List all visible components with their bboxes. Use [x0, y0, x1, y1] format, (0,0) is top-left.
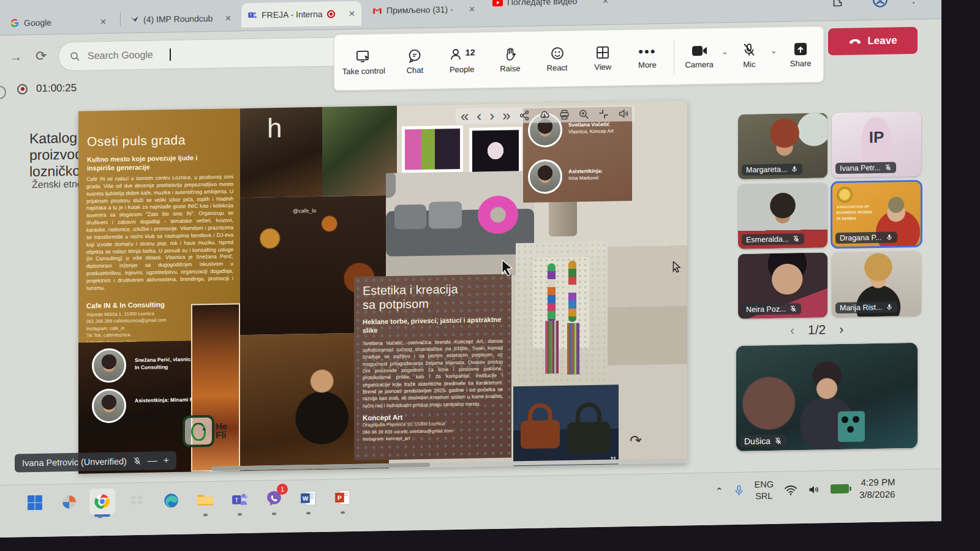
shared-flipbook-document[interactable]: Oseti puls grada Kultno mesto koje povez…: [78, 100, 687, 473]
zoom-out-icon[interactable]: —: [148, 455, 157, 467]
chat-button[interactable]: Chat: [393, 48, 437, 75]
participant-tile-esmeralda[interactable]: Esmeralda...: [738, 182, 827, 249]
file-explorer-icon[interactable]: [195, 489, 216, 511]
mic-button[interactable]: Mic: [729, 42, 770, 69]
dropbox-icon[interactable]: [126, 490, 147, 512]
black-bag-handle: [576, 402, 601, 430]
tab-close-icon[interactable]: ✕: [602, 0, 609, 5]
wifi-icon[interactable]: [784, 484, 797, 495]
tab-google[interactable]: Google ✕: [4, 9, 113, 36]
camera-chevron-icon[interactable]: ⌄: [722, 47, 728, 56]
windows-taskbar: T 1 W P ⌃ ENG SRL 4:29 PM 3/8/2026: [0, 468, 941, 538]
flipbook-brand-mark[interactable]: He Fli: [183, 415, 227, 448]
fit-screen-icon[interactable]: [598, 108, 609, 119]
cafe-sign-photo: h: [240, 107, 322, 198]
pager-next-icon[interactable]: ›: [839, 322, 843, 337]
search-input[interactable]: [88, 47, 271, 61]
tab-youtube[interactable]: Погледајте видео ✕: [486, 0, 615, 15]
view-button[interactable]: View: [581, 45, 625, 72]
participant-name: Neira Poz...: [746, 305, 786, 314]
search-icon: [70, 51, 80, 61]
mic-muted-icon: [793, 235, 800, 242]
leave-button[interactable]: Leave: [828, 27, 918, 56]
spotlight-tile-dusica[interactable]: Dušica: [736, 343, 918, 451]
profile-icon[interactable]: [872, 0, 888, 8]
tab-gmail[interactable]: Примљено (31) - ✕: [366, 0, 481, 23]
forward-arrow-icon[interactable]: →: [10, 50, 22, 64]
viber-badge: 1: [277, 484, 288, 495]
participant-tile-neira[interactable]: Neira Poz...: [738, 252, 827, 319]
tab-roundcube[interactable]: (4) IMP Roundcub ✕: [124, 6, 238, 32]
voice-typing-icon[interactable]: [734, 484, 744, 497]
mic-chevron-icon[interactable]: ⌄: [771, 47, 777, 55]
camera-icon: [691, 43, 708, 57]
presenter-name-pill[interactable]: Ivana Petrovic (Unverified) — +: [15, 451, 176, 473]
first-page-icon[interactable]: «: [461, 110, 469, 123]
meeting-control-bar: Take control Chat 12 People Raise React …: [334, 26, 824, 91]
print-icon[interactable]: [559, 108, 570, 120]
zoom-in-icon[interactable]: +: [164, 455, 169, 466]
people-button[interactable]: 12 People: [437, 47, 487, 74]
estetika-panel: Estetika i kreacija sa potpisom Heklane …: [354, 274, 511, 460]
powerpoint-icon[interactable]: P: [332, 487, 353, 508]
mic-muted-icon: [742, 42, 756, 57]
clock[interactable]: 4:29 PM 3/8/2026: [859, 476, 895, 500]
react-smiley-icon: [550, 45, 565, 60]
tab-close-icon[interactable]: ✕: [349, 9, 355, 18]
extensions-icon[interactable]: [831, 0, 844, 9]
volume-icon[interactable]: [808, 484, 820, 495]
chrome-icon[interactable]: [89, 489, 115, 515]
next-page-icon[interactable]: ›: [489, 109, 494, 122]
participant-tile-margareta[interactable]: Margareta...: [738, 113, 827, 179]
tab-close-icon[interactable]: ✕: [225, 13, 232, 23]
svg-text:P: P: [337, 494, 342, 501]
battery-icon[interactable]: [831, 484, 849, 494]
sofa-cushion: [429, 201, 462, 229]
tab-separator: [120, 13, 121, 26]
teams-taskbar-icon[interactable]: T: [229, 489, 250, 510]
windows-start-icon[interactable]: [24, 492, 45, 514]
tassel: [545, 321, 559, 373]
take-control-button[interactable]: Take control: [334, 48, 393, 76]
tab-close-icon[interactable]: ✕: [469, 4, 475, 13]
copilot-icon[interactable]: [59, 492, 80, 513]
tray-chevron-icon[interactable]: ⌃: [715, 485, 723, 497]
language-indicator[interactable]: ENG SRL: [755, 479, 774, 501]
participant-name: Dragana P...: [840, 233, 882, 242]
participant-tile-marija[interactable]: Marija Rist...: [832, 251, 921, 318]
brown-bag-handle: [528, 403, 552, 428]
participant-tile-ivana[interactable]: IP Ivana Petr...: [832, 111, 921, 178]
flipbook-toolbar: « ‹ › »: [456, 105, 635, 124]
more-label: More: [638, 60, 657, 70]
mic-muted-icon: [133, 457, 141, 465]
share-button[interactable]: Share: [778, 41, 823, 68]
participant-tile-dragana[interactable]: ASSOCIATION OF BUSINESS WOMEN IN SERBIA …: [832, 181, 921, 248]
tab-close-icon[interactable]: ✕: [100, 17, 107, 26]
prev-page-icon[interactable]: ‹: [477, 109, 481, 122]
phone-in-hand: [838, 411, 865, 442]
flip-corner-arrow-icon[interactable]: ↷: [628, 431, 643, 450]
camera-button[interactable]: Camera: [678, 43, 721, 69]
pager-prev-icon[interactable]: ‹: [790, 323, 794, 337]
download-icon[interactable]: [538, 109, 551, 121]
zoom-in-icon[interactable]: [578, 108, 590, 120]
word-icon[interactable]: W: [298, 487, 318, 509]
edge-icon[interactable]: [160, 490, 181, 511]
sound-icon[interactable]: [617, 108, 630, 119]
participant-label: Esmeralda...: [742, 233, 804, 246]
raise-button[interactable]: Raise: [487, 46, 533, 73]
participant-name: Esmeralda...: [746, 235, 789, 244]
tab-freja[interactable]: T FREJA - Interna ✕: [241, 1, 361, 28]
svetlana-caption: Svetlana Vučetić Vlasnica, Koncep Art: [568, 120, 630, 136]
last-page-icon[interactable]: »: [502, 108, 510, 122]
viber-icon[interactable]: 1: [263, 488, 284, 509]
floor-lamp: [386, 173, 396, 198]
presenter-cursor-icon: [501, 259, 516, 277]
reload-icon[interactable]: ⟳: [36, 48, 47, 64]
association-text: ASSOCIATION OF BUSINESS WOMEN IN SERBIA: [837, 204, 872, 222]
presenter-name: Ivana Petrovic (Unverified): [22, 456, 127, 468]
more-button[interactable]: ••• More: [625, 45, 670, 69]
menu-dots-icon[interactable]: ⋮: [908, 0, 919, 6]
react-button[interactable]: React: [533, 45, 581, 72]
share-icon[interactable]: [519, 109, 530, 121]
